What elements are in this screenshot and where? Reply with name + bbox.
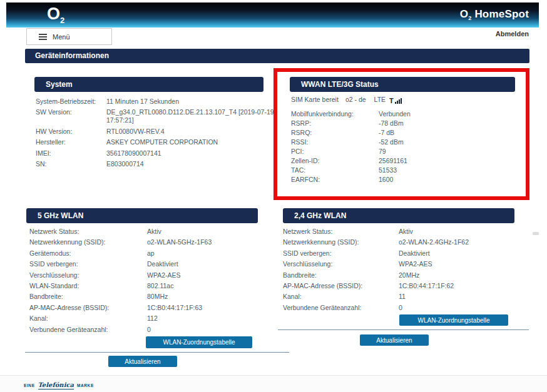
row-value: 11 Minuten 17 Sekunden <box>106 98 280 106</box>
menu-button[interactable]: Menü <box>26 28 112 45</box>
info-row: Kanal: 112 <box>29 314 267 323</box>
info-row: Verbundene Geräteanzahl: 0 <box>29 326 267 334</box>
info-row: Zellen-ID: 25691161 <box>291 156 518 166</box>
info-row: Kanal: 11 <box>283 293 521 301</box>
row-label: Kanal: <box>29 314 147 323</box>
row-value: 11 <box>399 293 521 301</box>
row-value: 51533 <box>379 166 518 175</box>
wlan5-info-list: Netzwerk Status: Aktiv Netzwerkkennung (… <box>29 228 267 336</box>
row-label: SN: <box>36 160 106 168</box>
footer-post-text: MARKE <box>77 383 94 388</box>
row-label: RSRP: <box>291 119 379 128</box>
info-row: Verbundene Geräteanzahl: 0 <box>283 304 521 312</box>
row-label: Verschlüsselung: <box>29 271 147 279</box>
section-header-wlan5: 5 GHz WLAN <box>26 208 258 223</box>
row-value: ASKEY COMPUTER CORPORATION <box>106 138 280 146</box>
sim-status-line: SIM Karte bereit o2 - de LTE T <box>291 96 518 104</box>
info-row: SSID verbergen: Deaktiviert <box>283 249 521 258</box>
row-label: Hersteller: <box>36 138 106 146</box>
row-value: 1C:B0:44:17:1F:62 <box>399 282 521 290</box>
row-label: Netzwerkkennung (SSID): <box>29 238 147 246</box>
info-row: Netzwerk Status: Aktiv <box>29 228 267 236</box>
hamburger-icon <box>39 34 47 40</box>
row-label: SSID verbergen: <box>283 249 399 258</box>
info-row: RSRP: -78 dBm <box>291 119 518 128</box>
info-row: IMEI: 356178090007141 <box>36 149 280 158</box>
o2-logo: O2 <box>47 4 64 25</box>
row-label: SW Version: <box>36 108 106 124</box>
logout-link[interactable]: Abmelden <box>496 30 529 38</box>
row-value: o2-WLAN-2.4GHz-1F62 <box>399 238 521 246</box>
row-value: 20MHz <box>399 271 521 279</box>
row-label: AP-MAC-Adresse (BSSID): <box>283 282 399 290</box>
divider <box>25 352 289 353</box>
row-value: 80MHz <box>147 293 267 301</box>
info-row: SSID verbergen: Deaktiviert <box>29 260 267 268</box>
info-row: Mobilfunkverbindung: Verbunden <box>291 109 518 119</box>
row-value: E803000714 <box>106 160 280 168</box>
row-value: 79 <box>379 147 518 156</box>
row-label: AP-MAC-Adresse (BSSID): <box>29 304 147 312</box>
row-label: HW Version: <box>36 128 106 136</box>
info-row: SW Version: DE_g34.0_RTL0080.D112.DE.21.… <box>36 108 280 124</box>
row-value: Verbunden <box>379 109 518 119</box>
row-label: Verschlüsselung: <box>283 260 399 268</box>
row-value: 1C:B0:44:17:1F:63 <box>147 304 267 312</box>
divider <box>278 329 529 330</box>
row-value: 356178090007141 <box>106 149 280 158</box>
row-value: -52 dBm <box>379 138 518 147</box>
row-label: SSID verbergen: <box>29 260 147 268</box>
footer-pre-text: EINE <box>24 383 35 388</box>
row-value: Aktiv <box>399 228 521 236</box>
info-row: HW Version: RTL0080VW-REV.4 <box>36 128 280 136</box>
row-value: Deaktiviert <box>147 260 267 268</box>
wlan5-refresh-button[interactable]: Aktualisieren <box>108 356 177 367</box>
wlan24-info-list: Netzwerk Status: Aktiv Netzwerkkennung (… <box>283 228 521 314</box>
row-value: -78 dBm <box>379 119 518 128</box>
row-value: DE_g34.0_RTL0080.D112.DE.21.13.107_T4 [2… <box>106 108 280 124</box>
system-info-list: System-Betriebszeit: 11 Minuten 17 Sekun… <box>36 98 280 171</box>
signal-bars-icon: T <box>389 98 402 104</box>
info-row: Bandbreite: 80MHz <box>29 293 267 301</box>
header-bar: O2 O2 HomeSpot <box>6 3 539 28</box>
row-label: WLAN-Standard: <box>29 282 147 290</box>
row-label: Gerätemodus: <box>29 249 147 258</box>
info-row: TAC: 51533 <box>291 166 518 175</box>
row-value: WPA2-AES <box>399 260 521 268</box>
info-row: Bandbreite: 20MHz <box>283 271 521 279</box>
wlan24-refresh-button[interactable]: Aktualisieren <box>360 334 429 346</box>
row-label: Kanal: <box>283 293 399 301</box>
info-row: Verschlüsselung: WPA2-AES <box>283 260 521 268</box>
row-value: 0 <box>147 326 267 334</box>
row-label: System-Betriebszeit: <box>36 98 106 106</box>
info-row: WLAN-Standard: 802.11ac <box>29 282 267 290</box>
info-row: RSRQ: -7 dB <box>291 128 518 138</box>
info-row: Netzwerkkennung (SSID): o2-WLAN-5GHz-1F6… <box>29 238 267 246</box>
operator-name: o2 - de <box>345 96 366 104</box>
info-row: System-Betriebszeit: 11 Minuten 17 Sekun… <box>36 98 280 106</box>
row-value: 1600 <box>379 175 518 184</box>
row-label: Netzwerk Status: <box>283 228 399 236</box>
info-row: Hersteller: ASKEY COMPUTER CORPORATION <box>36 138 280 146</box>
section-header-wwan: WWAN LTE/3G Status <box>290 77 515 92</box>
row-label: RSRQ: <box>291 128 379 138</box>
section-header-wlan24: 2,4 GHz WLAN <box>283 208 514 223</box>
row-label: Bandbreite: <box>29 293 147 301</box>
row-value: Deaktiviert <box>399 249 521 258</box>
row-label: Mobilfunkverbindung: <box>291 109 379 119</box>
row-label: PCI: <box>291 147 379 156</box>
row-value: 0 <box>399 304 521 312</box>
scrollbar-thumb[interactable] <box>533 232 539 235</box>
info-row: EARFCN: 1600 <box>291 175 518 184</box>
row-label: RSSI: <box>291 138 379 147</box>
footer-brand-text: Telefónica <box>38 381 74 389</box>
info-row: Netzwerkkennung (SSID): o2-WLAN-2.4GHz-1… <box>283 238 521 246</box>
row-value: 25691161 <box>379 156 518 166</box>
row-label: Verbundene Geräteanzahl: <box>29 326 147 334</box>
section-header-system: System <box>34 77 263 92</box>
row-value: ap <box>147 249 267 258</box>
wlan24-mapping-table-button[interactable]: WLAN-Zuordnungstabelle <box>399 314 508 326</box>
row-label: Netzwerk Status: <box>29 228 147 236</box>
row-label: Zellen-ID: <box>291 156 379 166</box>
wlan5-mapping-table-button[interactable]: WLAN-Zuordnungstabelle <box>146 336 252 348</box>
